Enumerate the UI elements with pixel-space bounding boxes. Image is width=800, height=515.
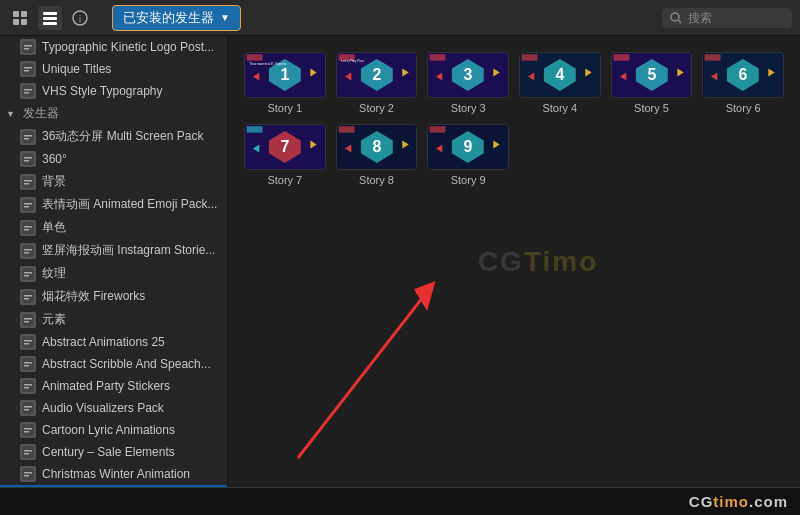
svg-rect-13 <box>24 48 29 50</box>
svg-text:7: 7 <box>280 138 289 155</box>
story-item-story8[interactable]: 8Story 8 <box>336 124 418 186</box>
svg-rect-37 <box>24 252 29 254</box>
svg-rect-58 <box>24 409 29 411</box>
svg-rect-65 <box>22 468 34 480</box>
sidebar-item-background[interactable]: 背景 <box>0 170 227 193</box>
svg-rect-5 <box>43 17 57 20</box>
story-grid: 1Tournament E-SportsStory 12Let's Play R… <box>244 52 784 186</box>
sidebar-item-element[interactable]: 元素 <box>0 308 227 331</box>
svg-rect-19 <box>24 92 29 94</box>
watermark: CGTimo <box>478 246 598 278</box>
sidebar-item-label: Unique Titles <box>42 62 219 76</box>
story-item-story9[interactable]: 9Story 9 <box>427 124 509 186</box>
search-input[interactable] <box>688 11 778 25</box>
svg-rect-57 <box>24 406 32 408</box>
generator-dropdown-label: 已安装的发生器 <box>123 9 214 27</box>
sidebar-item-scribble[interactable]: Abstract Scribble And Speach... <box>0 353 227 375</box>
info-icon[interactable]: i <box>68 6 92 30</box>
sidebar-item-single[interactable]: 单色 <box>0 216 227 239</box>
svg-rect-32 <box>22 222 34 234</box>
story-item-story5[interactable]: 5Story 5 <box>611 52 693 114</box>
generator-icon <box>20 422 36 438</box>
svg-rect-102 <box>430 54 446 60</box>
svg-text:9: 9 <box>464 138 473 155</box>
sidebar-item-label: VHS Style Typography <box>42 84 219 98</box>
sidebar-item-label: Century – Sale Elements <box>42 445 219 459</box>
svg-rect-53 <box>22 380 34 392</box>
sidebar-item-generator-header[interactable]: ▼发生器 <box>0 102 227 125</box>
svg-rect-44 <box>22 314 34 326</box>
toolbar: i 已安装的发生器 ▼ <box>0 0 800 36</box>
generator-icon <box>20 174 36 190</box>
story-item-story4[interactable]: 4Story 4 <box>519 52 601 114</box>
svg-rect-67 <box>24 475 29 477</box>
sidebar-item-emoji[interactable]: 表情动画 Animated Emoji Pack... <box>0 193 227 216</box>
generator-icon <box>20 334 36 350</box>
svg-rect-23 <box>22 153 34 165</box>
list-icon[interactable] <box>38 6 62 30</box>
svg-rect-0 <box>13 11 19 17</box>
sidebar-item-vhs[interactable]: VHS Style Typography <box>0 80 227 102</box>
sidebar-item-century[interactable]: Century – Sale Elements <box>0 441 227 463</box>
story-item-story2[interactable]: 2Let's Play RunStory 2 <box>336 52 418 114</box>
svg-rect-16 <box>24 70 29 72</box>
svg-point-9 <box>671 13 679 21</box>
svg-rect-52 <box>24 365 29 367</box>
story-item-story6[interactable]: 6Story 6 <box>702 52 784 114</box>
sidebar-item-party[interactable]: Animated Party Stickers <box>0 375 227 397</box>
svg-rect-114 <box>613 54 629 60</box>
sidebar-item-cartoon[interactable]: Cartoon Lyric Animations <box>0 419 227 441</box>
sidebar-item-christmas[interactable]: Christmas Winter Animation <box>0 463 227 485</box>
svg-rect-14 <box>22 63 34 75</box>
svg-line-10 <box>679 20 682 23</box>
svg-rect-50 <box>22 358 34 370</box>
sidebar-item-label: 发生器 <box>23 105 219 122</box>
story-item-story7[interactable]: 7Story 7 <box>244 124 326 186</box>
sidebar-item-fireworks[interactable]: 烟花特效 Fireworks <box>0 285 227 308</box>
svg-rect-1 <box>21 11 27 17</box>
svg-rect-31 <box>24 206 29 208</box>
generator-icon <box>20 444 36 460</box>
sidebar: Typographic Kinetic Logo Post...Unique T… <box>0 36 228 487</box>
sidebar-item-label: 背景 <box>42 173 219 190</box>
svg-rect-39 <box>24 272 32 274</box>
svg-rect-15 <box>24 67 32 69</box>
section-arrow-icon: ▼ <box>6 109 15 119</box>
toolbar-icon-group: i <box>8 6 92 30</box>
grid-icon[interactable] <box>8 6 32 30</box>
svg-text:i: i <box>79 14 81 24</box>
chevron-down-icon: ▼ <box>220 12 230 23</box>
svg-line-139 <box>298 291 428 458</box>
svg-rect-29 <box>22 199 34 211</box>
sidebar-item-abstract[interactable]: Abstract Animations 25 <box>0 331 227 353</box>
sidebar-item-36dong[interactable]: 36动态分屏 Multi Screen Pack <box>0 125 227 148</box>
story-label-story3: Story 3 <box>451 102 486 114</box>
svg-rect-49 <box>24 343 29 345</box>
svg-rect-20 <box>22 131 34 143</box>
svg-text:3: 3 <box>464 66 473 83</box>
watermark-timo: Timo <box>524 246 598 277</box>
story-label-story4: Story 4 <box>542 102 577 114</box>
svg-rect-120 <box>705 54 721 60</box>
sidebar-item-instagram[interactable]: 竖屏海报动画 Instagram Storie... <box>0 239 227 262</box>
svg-rect-47 <box>22 336 34 348</box>
svg-rect-27 <box>24 180 32 182</box>
svg-rect-45 <box>24 318 32 320</box>
sidebar-item-label: 单色 <box>42 219 219 236</box>
svg-text:6: 6 <box>739 66 748 83</box>
sidebar-item-label: 竖屏海报动画 Instagram Storie... <box>42 242 219 259</box>
sidebar-item-audio[interactable]: Audio Visualizers Pack <box>0 397 227 419</box>
generator-dropdown[interactable]: 已安装的发生器 ▼ <box>112 5 241 31</box>
svg-rect-17 <box>22 85 34 97</box>
story-item-story3[interactable]: 3Story 3 <box>427 52 509 114</box>
sidebar-item-360[interactable]: 360° <box>0 148 227 170</box>
content-area: CGTimo 1Tournament E-SportsStory 12Let's… <box>228 36 800 487</box>
sidebar-item-texture[interactable]: 纹理 <box>0 262 227 285</box>
sidebar-item-label: Abstract Animations 25 <box>42 335 219 349</box>
story-item-story1[interactable]: 1Tournament E-SportsStory 1 <box>244 52 326 114</box>
svg-rect-56 <box>22 402 34 414</box>
search-icon <box>670 12 682 24</box>
svg-rect-66 <box>24 472 32 474</box>
sidebar-item-unique[interactable]: Unique Titles <box>0 58 227 80</box>
sidebar-item-typographic[interactable]: Typographic Kinetic Logo Post... <box>0 36 227 58</box>
